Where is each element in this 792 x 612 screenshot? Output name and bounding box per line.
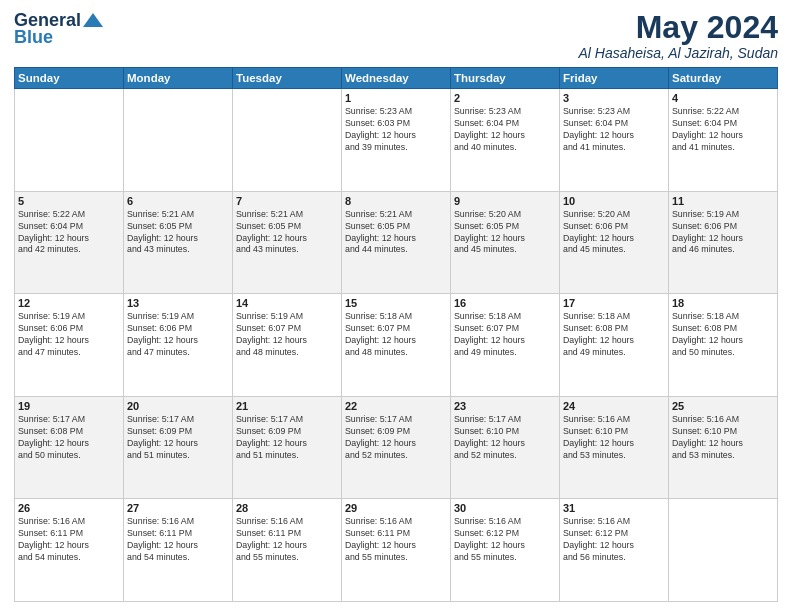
day-number: 2 — [454, 92, 556, 104]
day-number: 15 — [345, 297, 447, 309]
day-info: Sunrise: 5:22 AM Sunset: 6:04 PM Dayligh… — [18, 209, 120, 257]
day-info: Sunrise: 5:16 AM Sunset: 6:10 PM Dayligh… — [563, 414, 665, 462]
day-number: 17 — [563, 297, 665, 309]
calendar-empty — [669, 499, 778, 602]
calendar-empty — [15, 89, 124, 192]
day-number: 14 — [236, 297, 338, 309]
calendar-week-1: 1Sunrise: 5:23 AM Sunset: 6:03 PM Daylig… — [15, 89, 778, 192]
day-info: Sunrise: 5:16 AM Sunset: 6:11 PM Dayligh… — [345, 516, 447, 564]
day-number: 7 — [236, 195, 338, 207]
calendar-day-3: 3Sunrise: 5:23 AM Sunset: 6:04 PM Daylig… — [560, 89, 669, 192]
day-info: Sunrise: 5:21 AM Sunset: 6:05 PM Dayligh… — [345, 209, 447, 257]
day-number: 21 — [236, 400, 338, 412]
calendar-day-14: 14Sunrise: 5:19 AM Sunset: 6:07 PM Dayli… — [233, 294, 342, 397]
day-info: Sunrise: 5:17 AM Sunset: 6:09 PM Dayligh… — [345, 414, 447, 462]
day-info: Sunrise: 5:19 AM Sunset: 6:06 PM Dayligh… — [18, 311, 120, 359]
day-number: 26 — [18, 502, 120, 514]
day-info: Sunrise: 5:20 AM Sunset: 6:05 PM Dayligh… — [454, 209, 556, 257]
calendar-day-12: 12Sunrise: 5:19 AM Sunset: 6:06 PM Dayli… — [15, 294, 124, 397]
svg-marker-0 — [83, 13, 103, 27]
day-info: Sunrise: 5:23 AM Sunset: 6:03 PM Dayligh… — [345, 106, 447, 154]
day-header-thursday: Thursday — [451, 68, 560, 89]
day-info: Sunrise: 5:16 AM Sunset: 6:11 PM Dayligh… — [18, 516, 120, 564]
day-header-friday: Friday — [560, 68, 669, 89]
subtitle: Al Hasaheisa, Al Jazirah, Sudan — [579, 45, 778, 61]
day-info: Sunrise: 5:19 AM Sunset: 6:06 PM Dayligh… — [127, 311, 229, 359]
calendar-week-2: 5Sunrise: 5:22 AM Sunset: 6:04 PM Daylig… — [15, 191, 778, 294]
day-number: 29 — [345, 502, 447, 514]
page: General Blue May 2024 Al Hasaheisa, Al J… — [0, 0, 792, 612]
calendar-day-7: 7Sunrise: 5:21 AM Sunset: 6:05 PM Daylig… — [233, 191, 342, 294]
day-info: Sunrise: 5:23 AM Sunset: 6:04 PM Dayligh… — [563, 106, 665, 154]
calendar-day-23: 23Sunrise: 5:17 AM Sunset: 6:10 PM Dayli… — [451, 396, 560, 499]
day-info: Sunrise: 5:16 AM Sunset: 6:11 PM Dayligh… — [236, 516, 338, 564]
calendar-week-3: 12Sunrise: 5:19 AM Sunset: 6:06 PM Dayli… — [15, 294, 778, 397]
day-number: 1 — [345, 92, 447, 104]
day-number: 25 — [672, 400, 774, 412]
day-number: 31 — [563, 502, 665, 514]
day-number: 22 — [345, 400, 447, 412]
day-info: Sunrise: 5:17 AM Sunset: 6:10 PM Dayligh… — [454, 414, 556, 462]
day-info: Sunrise: 5:22 AM Sunset: 6:04 PM Dayligh… — [672, 106, 774, 154]
day-header-monday: Monday — [124, 68, 233, 89]
calendar-day-6: 6Sunrise: 5:21 AM Sunset: 6:05 PM Daylig… — [124, 191, 233, 294]
header: General Blue May 2024 Al Hasaheisa, Al J… — [14, 10, 778, 61]
day-number: 4 — [672, 92, 774, 104]
calendar-day-21: 21Sunrise: 5:17 AM Sunset: 6:09 PM Dayli… — [233, 396, 342, 499]
day-number: 30 — [454, 502, 556, 514]
calendar-day-13: 13Sunrise: 5:19 AM Sunset: 6:06 PM Dayli… — [124, 294, 233, 397]
day-number: 27 — [127, 502, 229, 514]
calendar-day-26: 26Sunrise: 5:16 AM Sunset: 6:11 PM Dayli… — [15, 499, 124, 602]
day-info: Sunrise: 5:17 AM Sunset: 6:08 PM Dayligh… — [18, 414, 120, 462]
calendar-empty — [124, 89, 233, 192]
day-number: 20 — [127, 400, 229, 412]
calendar-day-27: 27Sunrise: 5:16 AM Sunset: 6:11 PM Dayli… — [124, 499, 233, 602]
day-info: Sunrise: 5:20 AM Sunset: 6:06 PM Dayligh… — [563, 209, 665, 257]
calendar-day-29: 29Sunrise: 5:16 AM Sunset: 6:11 PM Dayli… — [342, 499, 451, 602]
day-number: 8 — [345, 195, 447, 207]
logo-icon — [83, 13, 103, 29]
day-number: 19 — [18, 400, 120, 412]
calendar-day-18: 18Sunrise: 5:18 AM Sunset: 6:08 PM Dayli… — [669, 294, 778, 397]
day-info: Sunrise: 5:18 AM Sunset: 6:08 PM Dayligh… — [563, 311, 665, 359]
day-number: 3 — [563, 92, 665, 104]
day-info: Sunrise: 5:21 AM Sunset: 6:05 PM Dayligh… — [127, 209, 229, 257]
logo-blue: Blue — [14, 27, 53, 48]
day-info: Sunrise: 5:18 AM Sunset: 6:07 PM Dayligh… — [454, 311, 556, 359]
calendar-day-15: 15Sunrise: 5:18 AM Sunset: 6:07 PM Dayli… — [342, 294, 451, 397]
logo: General Blue — [14, 10, 103, 48]
calendar-day-30: 30Sunrise: 5:16 AM Sunset: 6:12 PM Dayli… — [451, 499, 560, 602]
calendar-day-20: 20Sunrise: 5:17 AM Sunset: 6:09 PM Dayli… — [124, 396, 233, 499]
day-info: Sunrise: 5:19 AM Sunset: 6:07 PM Dayligh… — [236, 311, 338, 359]
calendar-day-31: 31Sunrise: 5:16 AM Sunset: 6:12 PM Dayli… — [560, 499, 669, 602]
calendar-day-28: 28Sunrise: 5:16 AM Sunset: 6:11 PM Dayli… — [233, 499, 342, 602]
calendar-day-17: 17Sunrise: 5:18 AM Sunset: 6:08 PM Dayli… — [560, 294, 669, 397]
calendar-day-1: 1Sunrise: 5:23 AM Sunset: 6:03 PM Daylig… — [342, 89, 451, 192]
day-number: 23 — [454, 400, 556, 412]
day-number: 5 — [18, 195, 120, 207]
calendar-day-4: 4Sunrise: 5:22 AM Sunset: 6:04 PM Daylig… — [669, 89, 778, 192]
day-info: Sunrise: 5:16 AM Sunset: 6:11 PM Dayligh… — [127, 516, 229, 564]
day-info: Sunrise: 5:17 AM Sunset: 6:09 PM Dayligh… — [127, 414, 229, 462]
day-info: Sunrise: 5:23 AM Sunset: 6:04 PM Dayligh… — [454, 106, 556, 154]
day-number: 28 — [236, 502, 338, 514]
day-info: Sunrise: 5:18 AM Sunset: 6:07 PM Dayligh… — [345, 311, 447, 359]
day-number: 18 — [672, 297, 774, 309]
calendar-header-row: SundayMondayTuesdayWednesdayThursdayFrid… — [15, 68, 778, 89]
day-number: 6 — [127, 195, 229, 207]
day-info: Sunrise: 5:19 AM Sunset: 6:06 PM Dayligh… — [672, 209, 774, 257]
calendar-day-25: 25Sunrise: 5:16 AM Sunset: 6:10 PM Dayli… — [669, 396, 778, 499]
day-number: 16 — [454, 297, 556, 309]
calendar-day-16: 16Sunrise: 5:18 AM Sunset: 6:07 PM Dayli… — [451, 294, 560, 397]
calendar-week-4: 19Sunrise: 5:17 AM Sunset: 6:08 PM Dayli… — [15, 396, 778, 499]
calendar-day-2: 2Sunrise: 5:23 AM Sunset: 6:04 PM Daylig… — [451, 89, 560, 192]
day-number: 13 — [127, 297, 229, 309]
title-block: May 2024 Al Hasaheisa, Al Jazirah, Sudan — [579, 10, 778, 61]
calendar-day-5: 5Sunrise: 5:22 AM Sunset: 6:04 PM Daylig… — [15, 191, 124, 294]
day-header-saturday: Saturday — [669, 68, 778, 89]
day-number: 24 — [563, 400, 665, 412]
day-header-wednesday: Wednesday — [342, 68, 451, 89]
day-header-sunday: Sunday — [15, 68, 124, 89]
day-info: Sunrise: 5:17 AM Sunset: 6:09 PM Dayligh… — [236, 414, 338, 462]
calendar-empty — [233, 89, 342, 192]
